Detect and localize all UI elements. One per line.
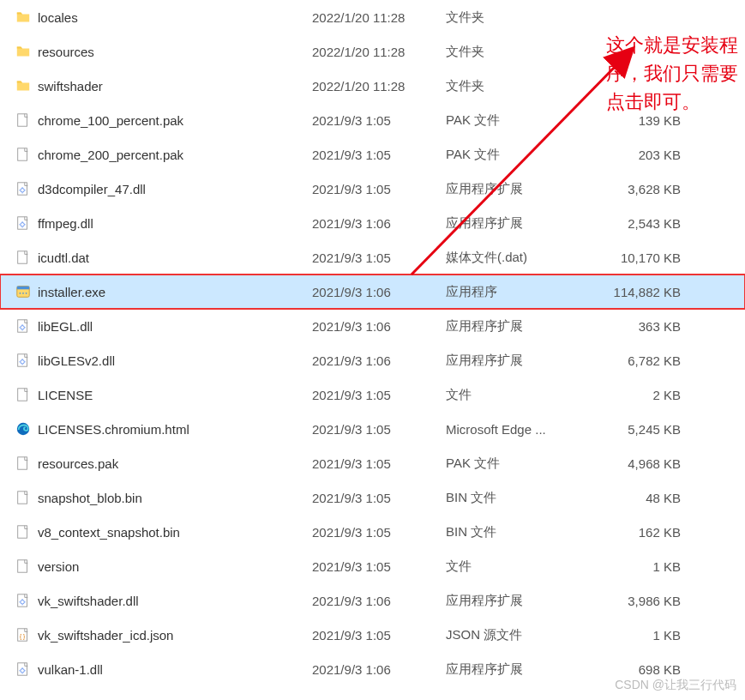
file-date: 2022/1/20 11:28: [312, 10, 446, 25]
file-type: PAK 文件: [446, 147, 586, 163]
file-size: 203 KB: [586, 148, 698, 162]
file-size: 4,968 KB: [586, 456, 698, 471]
dll-icon: [15, 661, 31, 677]
file-size: 3,986 KB: [586, 594, 698, 608]
file-date: 2021/9/3 1:05: [312, 525, 446, 540]
svg-point-10: [22, 293, 24, 294]
file-row[interactable]: libGLESv2.dll2021/9/3 1:06应用程序扩展6,782 KB: [0, 343, 745, 377]
file-date: 2021/9/3 1:05: [312, 422, 446, 437]
file-row[interactable]: snapshot_blob.bin2021/9/3 1:05BIN 文件48 K…: [0, 480, 745, 515]
file-type: BIN 文件: [446, 490, 586, 506]
dll-icon: [15, 215, 31, 231]
file-type: PAK 文件: [446, 112, 586, 129]
file-type: 文件: [446, 558, 586, 575]
file-row[interactable]: vk_swiftshader.dll2021/9/3 1:06应用程序扩展3,9…: [0, 583, 745, 618]
file-size: 162 KB: [586, 525, 698, 540]
file-date: 2021/9/3 1:05: [312, 559, 446, 574]
file-type: 文件: [446, 387, 586, 403]
file-type: JSON 源文件: [446, 627, 586, 643]
file-size: 2,543 KB: [586, 216, 698, 231]
dll-icon: [15, 181, 31, 196]
file-row[interactable]: icudtl.dat2021/9/3 1:05媒体文件(.dat)10,170 …: [0, 240, 745, 275]
file-name: LICENSE: [38, 388, 93, 402]
file-size: 698 KB: [586, 662, 698, 677]
file-type: 应用程序扩展: [446, 318, 586, 335]
file-row[interactable]: libEGL.dll2021/9/3 1:06应用程序扩展363 KB: [0, 309, 745, 343]
file-type: PAK 文件: [446, 456, 586, 472]
file-name: vk_swiftshader_icd.json: [38, 628, 173, 643]
file-name: ffmpeg.dll: [38, 216, 93, 231]
file-name: vk_swiftshader.dll: [38, 594, 139, 608]
file-type: 应用程序扩展: [446, 353, 586, 369]
dll-icon: [15, 353, 31, 368]
file-size: 363 KB: [586, 319, 698, 334]
svg-text:{ }: { }: [20, 633, 25, 640]
edge-icon: [15, 421, 31, 437]
file-name: swiftshader: [38, 79, 103, 94]
file-row[interactable]: resources2022/1/20 11:28文件夹: [0, 34, 745, 69]
file-date: 2021/9/3 1:05: [312, 113, 446, 128]
file-date: 2021/9/3 1:06: [312, 285, 446, 299]
file-row[interactable]: vulkan-1.dll2021/9/3 1:06应用程序扩展698 KB: [0, 652, 745, 686]
file-size: 6,782 KB: [586, 353, 698, 368]
svg-rect-16: [18, 389, 27, 401]
file-type: Microsoft Edge ...: [446, 422, 586, 437]
file-type: 应用程序: [446, 284, 586, 300]
file-row[interactable]: locales2022/1/20 11:28文件夹: [0, 0, 745, 34]
file-row[interactable]: installer.exe2021/9/3 1:06应用程序114,882 KB: [0, 275, 745, 309]
file-date: 2021/9/3 1:05: [312, 148, 446, 162]
file-row[interactable]: LICENSE2021/9/3 1:05文件2 KB: [0, 377, 745, 412]
file-row[interactable]: chrome_100_percent.pak2021/9/3 1:05PAK 文…: [0, 103, 745, 137]
file-name: icudtl.dat: [38, 250, 89, 265]
svg-point-11: [26, 293, 27, 294]
file-date: 2021/9/3 1:05: [312, 388, 446, 402]
file-size: 1 KB: [586, 559, 698, 574]
file-size: 114,882 KB: [586, 285, 698, 299]
file-date: 2021/9/3 1:05: [312, 182, 446, 196]
file-name: d3dcompiler_47.dll: [38, 182, 146, 196]
file-size: 48 KB: [586, 491, 698, 505]
file-date: 2021/9/3 1:05: [312, 628, 446, 643]
file-name: snapshot_blob.bin: [38, 491, 142, 505]
file-type: 文件夹: [446, 44, 586, 60]
file-name: chrome_100_percent.pak: [38, 113, 183, 128]
file-size: 5,245 KB: [586, 422, 698, 437]
dll-icon: [15, 318, 31, 334]
json-icon: { }: [15, 627, 31, 643]
folder-icon: [15, 9, 31, 25]
file-row[interactable]: version2021/9/3 1:05文件1 KB: [0, 549, 745, 583]
file-name: resources: [38, 45, 94, 59]
file-date: 2021/9/3 1:05: [312, 456, 446, 471]
file-row[interactable]: { }vk_swiftshader_icd.json2021/9/3 1:05J…: [0, 618, 745, 652]
svg-rect-1: [18, 148, 27, 160]
file-list: locales2022/1/20 11:28文件夹resources2022/1…: [0, 0, 745, 686]
file-icon: [15, 524, 31, 540]
file-size: 139 KB: [586, 113, 698, 128]
file-date: 2021/9/3 1:06: [312, 353, 446, 368]
file-name: resources.pak: [38, 456, 118, 471]
file-row[interactable]: ffmpeg.dll2021/9/3 1:06应用程序扩展2,543 KB: [0, 206, 745, 240]
file-row[interactable]: chrome_200_percent.pak2021/9/3 1:05PAK 文…: [0, 137, 745, 172]
file-type: 应用程序扩展: [446, 215, 586, 232]
file-row[interactable]: d3dcompiler_47.dll2021/9/3 1:05应用程序扩展3,6…: [0, 172, 745, 206]
file-icon: [15, 387, 31, 402]
file-name: vulkan-1.dll: [38, 662, 103, 677]
file-size: 3,628 KB: [586, 182, 698, 196]
file-type: BIN 文件: [446, 524, 586, 540]
file-date: 2022/1/20 11:28: [312, 45, 446, 59]
file-size: 10,170 KB: [586, 250, 698, 265]
file-date: 2021/9/3 1:06: [312, 319, 446, 334]
file-row[interactable]: swiftshader2022/1/20 11:28文件夹: [0, 69, 745, 103]
svg-rect-18: [18, 457, 27, 469]
file-icon: [15, 456, 31, 471]
file-icon: [15, 147, 31, 162]
file-icon: [15, 250, 31, 265]
file-icon: [15, 558, 31, 574]
file-row[interactable]: resources.pak2021/9/3 1:05PAK 文件4,968 KB: [0, 446, 745, 480]
svg-rect-21: [18, 560, 27, 572]
file-name: locales: [38, 10, 78, 25]
file-date: 2021/9/3 1:06: [312, 662, 446, 677]
file-row[interactable]: v8_context_snapshot.bin2021/9/3 1:05BIN …: [0, 515, 745, 549]
file-type: 应用程序扩展: [446, 181, 586, 197]
file-row[interactable]: LICENSES.chromium.html2021/9/3 1:05Micro…: [0, 412, 745, 446]
